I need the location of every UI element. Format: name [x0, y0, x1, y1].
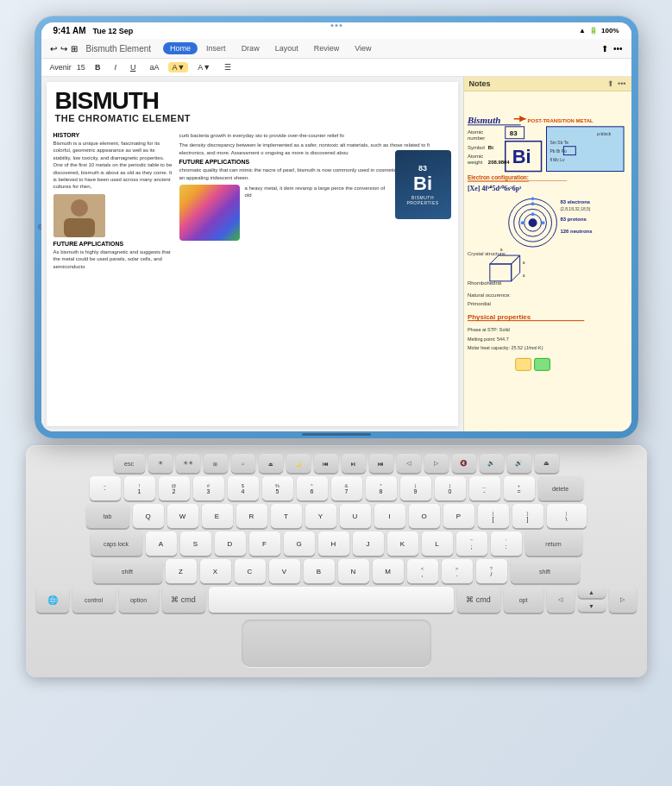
key-e[interactable]: E	[202, 504, 233, 528]
format-icon[interactable]: ⊞	[71, 44, 78, 53]
key-j[interactable]: J	[353, 531, 384, 556]
key-vol-down[interactable]: 🔉	[480, 454, 504, 473]
key-u[interactable]: U	[340, 504, 371, 528]
key-spotlight[interactable]: ⌕	[231, 454, 255, 473]
key-3[interactable]: #3	[193, 476, 224, 500]
share-icon[interactable]: ⬆	[601, 44, 608, 53]
key-shift-left[interactable]: shift	[93, 559, 162, 583]
key-rewind[interactable]: ⏮	[314, 454, 338, 473]
key-m[interactable]: M	[373, 559, 404, 583]
key-6[interactable]: ^6	[297, 476, 328, 500]
key-mission-control[interactable]: ⊞	[204, 454, 228, 473]
key-g[interactable]: G	[284, 531, 315, 556]
underline-button[interactable]: U	[126, 61, 141, 73]
key-fast-forward[interactable]: ⏭	[369, 454, 393, 473]
key-skip-fwd[interactable]: ▷	[424, 454, 449, 473]
key-semicolon[interactable]: ";	[456, 531, 487, 556]
key-option-right[interactable]: opt	[504, 587, 543, 613]
more-icon[interactable]: •••	[613, 44, 623, 53]
key-n[interactable]: N	[338, 559, 369, 583]
format-size[interactable]: 15	[77, 63, 85, 72]
tab-draw[interactable]: Draw	[235, 42, 267, 54]
key-5[interactable]: %5	[262, 476, 293, 500]
key-arrow-down[interactable]: ▼	[578, 601, 606, 612]
key-return[interactable]: return	[525, 531, 582, 556]
key-0[interactable]: )0	[435, 476, 466, 500]
key-d[interactable]: D	[215, 531, 246, 556]
key-quote[interactable]: ':	[491, 531, 522, 556]
key-l[interactable]: L	[422, 531, 453, 556]
key-x[interactable]: X	[200, 559, 231, 583]
key-comma[interactable]: <,	[407, 559, 438, 583]
key-skip-back[interactable]: ◁	[397, 454, 421, 473]
key-bracket-right[interactable]: }]	[512, 504, 543, 528]
key-globe[interactable]: 🌐	[36, 587, 69, 613]
key-dnd[interactable]: 🌙	[286, 454, 311, 473]
bold-button[interactable]: B	[91, 61, 105, 73]
key-brightness-up[interactable]: ☀☀	[176, 454, 200, 473]
key-brightness-down[interactable]: ☀	[148, 454, 173, 473]
key-equals[interactable]: +=	[504, 476, 535, 500]
key-tab[interactable]: tab	[86, 504, 129, 528]
key-v[interactable]: V	[269, 559, 300, 583]
key-esc[interactable]: esc	[114, 454, 145, 473]
highlight-button[interactable]: A▼	[168, 62, 188, 72]
key-k[interactable]: K	[387, 531, 418, 556]
key-vol-up[interactable]: 🔊	[507, 454, 531, 473]
key-control[interactable]: control	[72, 587, 116, 613]
notes-share-icon[interactable]: ⬆	[607, 79, 614, 88]
key-a[interactable]: A	[146, 531, 177, 556]
key-shift-right[interactable]: shift	[511, 559, 580, 583]
key-1[interactable]: !1	[124, 476, 155, 500]
key-y[interactable]: Y	[305, 504, 336, 528]
key-caps-lock[interactable]: caps lock	[91, 531, 142, 556]
tab-home[interactable]: Home	[163, 42, 198, 54]
key-i[interactable]: I	[374, 504, 405, 528]
key-f[interactable]: F	[249, 531, 280, 556]
key-w[interactable]: W	[167, 504, 198, 528]
key-o[interactable]: O	[409, 504, 440, 528]
undo-icon[interactable]: ↩	[50, 44, 57, 53]
key-h[interactable]: H	[318, 531, 349, 556]
notes-more-icon[interactable]: •••	[618, 79, 625, 88]
key-slash[interactable]: ?/	[476, 559, 507, 583]
tab-view[interactable]: View	[348, 42, 378, 54]
key-c[interactable]: C	[235, 559, 266, 583]
align-button[interactable]: ☰	[220, 61, 236, 73]
key-z[interactable]: Z	[166, 559, 197, 583]
tab-review[interactable]: Review	[307, 42, 347, 54]
key-b[interactable]: B	[304, 559, 335, 583]
key-arrow-right[interactable]: ▷	[609, 587, 637, 613]
tab-layout[interactable]: Layout	[268, 42, 305, 54]
key-r[interactable]: R	[236, 504, 267, 528]
key-period[interactable]: >.	[442, 559, 473, 583]
key-space[interactable]	[209, 587, 454, 613]
tab-insert[interactable]: Insert	[199, 42, 233, 54]
key-7[interactable]: &7	[331, 476, 362, 500]
key-delete[interactable]: delete	[538, 476, 583, 500]
key-q[interactable]: Q	[133, 504, 164, 528]
trackpad[interactable]	[242, 619, 431, 667]
key-lock[interactable]: ⏏	[535, 454, 559, 473]
key-arrow-left[interactable]: ◁	[547, 587, 575, 613]
color-button[interactable]: A▼	[193, 61, 215, 73]
key-backslash[interactable]: |\	[547, 504, 587, 528]
redo-icon[interactable]: ↪	[60, 44, 67, 53]
format-font[interactable]: Avenir	[50, 63, 72, 72]
key-minus[interactable]: _-	[469, 476, 500, 500]
key-option-left[interactable]: option	[119, 587, 159, 613]
key-mute[interactable]: 🔇	[452, 454, 476, 473]
key-play[interactable]: ⏯	[342, 454, 366, 473]
key-4[interactable]: $4	[228, 476, 259, 500]
key-arrow-up[interactable]: ▲	[578, 587, 606, 598]
key-p[interactable]: P	[443, 504, 474, 528]
key-t[interactable]: T	[271, 504, 302, 528]
key-s[interactable]: S	[180, 531, 211, 556]
italic-button[interactable]: I	[110, 61, 121, 73]
key-bracket-left[interactable]: {[	[478, 504, 509, 528]
key-backtick[interactable]: ~`	[90, 476, 121, 500]
key-cmd-left[interactable]: ⌘ cmd	[162, 587, 205, 613]
text-size-button[interactable]: aA	[145, 61, 163, 73]
key-9[interactable]: (9	[400, 476, 431, 500]
key-2[interactable]: @2	[159, 476, 190, 500]
